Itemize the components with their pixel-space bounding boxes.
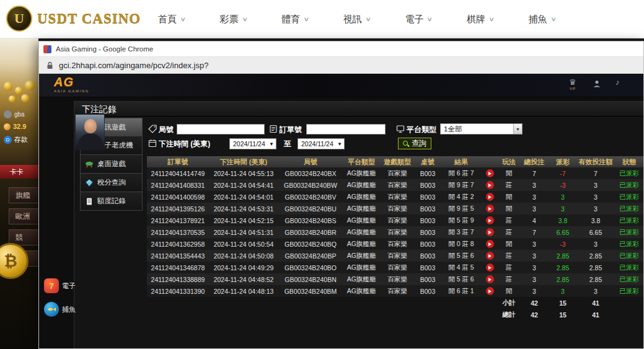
replay-button[interactable] — [486, 275, 494, 283]
bet-row: 2411240414005982024-11-24 04:54:01GB0032… — [147, 191, 643, 203]
total-bet: 42 — [520, 309, 549, 320]
cell-order-number: 241124041378921 — [147, 214, 209, 226]
cell-valid-bet: 3 — [577, 191, 614, 203]
music-icon[interactable]: ♪ — [615, 78, 620, 86]
cell-game-type: 百家樂 — [380, 203, 415, 214]
query-button[interactable]: 查詢 — [398, 138, 431, 149]
replay-button[interactable] — [486, 216, 494, 224]
cell-valid-bet: 2.85 — [577, 262, 614, 273]
sidebar-item-credit-records[interactable]: 額度記錄 — [80, 192, 143, 211]
cell-status: 已派彩 — [614, 273, 643, 285]
date-from-select[interactable]: 2024/11/24 ▼ — [229, 138, 276, 149]
cell-play-type: 閒 — [498, 238, 520, 250]
shortcut-fishing[interactable]: 捕魚 — [44, 302, 76, 317]
chevron-down-icon: ∨ — [365, 16, 371, 22]
chevron-down-icon: ∨ — [550, 16, 557, 22]
cell-platform: AG旗艦廳 — [343, 262, 380, 273]
cell-valid-bet: 2.85 — [577, 250, 614, 262]
cell-platform: AG旗艦廳 — [343, 250, 380, 262]
cell-platform: AG旗艦廳 — [343, 191, 380, 203]
vip-icon[interactable]: ♛ VIP — [569, 78, 576, 91]
bet-row: 2411240413951262024-11-24 04:53:31GB0032… — [147, 203, 643, 214]
shortcut-label: 電子 — [62, 281, 76, 291]
bet-records-table-container: 訂單號下注時間 (美東)局號平台類型遊戲類型桌號結果玩法總投注派彩有效投注額狀態… — [147, 156, 643, 320]
nav-label: 體育 — [281, 14, 300, 25]
order-form-icon — [269, 125, 278, 133]
nav-item-home[interactable]: 首頁∨ — [158, 14, 185, 25]
table-header-row: 訂單號下注時間 (美東)局號平台類型遊戲類型桌號結果玩法總投注派彩有效投注額狀態 — [147, 156, 643, 167]
ag-favicon — [43, 45, 51, 53]
nav-item-sports[interactable]: 體育∨ — [281, 14, 309, 25]
profile-photo — [75, 114, 105, 149]
cell-play-type: 閒 — [498, 191, 520, 203]
replay-button[interactable] — [486, 169, 494, 177]
cell-order-number: 241124041362958 — [147, 238, 209, 250]
replay-button[interactable] — [486, 263, 494, 272]
cell-total-bet: 3 — [520, 250, 549, 262]
cell-result: 閒 3 莊 7 — [441, 226, 482, 238]
cell-valid-bet: 3.8 — [577, 214, 614, 226]
lobby-button[interactable]: 旗艦 — [9, 187, 38, 203]
cell-platform: AG旗艦廳 — [343, 214, 380, 226]
play-icon — [488, 278, 492, 281]
bet-row: 2411240413388892024-11-24 04:48:52GB0032… — [147, 273, 643, 285]
replay-button[interactable] — [486, 240, 494, 248]
cell-table-number: B003 — [415, 273, 441, 285]
balance-text: 32.9 — [13, 123, 26, 130]
sidebar-item-score-query[interactable]: 稅分查詢 — [80, 174, 143, 192]
nav-item-chess[interactable]: 棋牌∨ — [467, 14, 494, 25]
cell-status: 已派彩 — [614, 250, 643, 262]
bet-row: 2411240413468782024-11-24 04:49:29GB0032… — [147, 262, 643, 273]
nav-label: 視訊 — [343, 14, 362, 25]
gold-coin-decoration — [25, 81, 35, 91]
note-glyph: ♪ — [615, 78, 620, 86]
cell-valid-bet: 3 — [577, 238, 614, 250]
round-number-input[interactable] — [177, 124, 265, 135]
replay-button[interactable] — [486, 193, 494, 201]
replay-button[interactable] — [486, 205, 494, 213]
deposit-button[interactable]: D 存款 — [4, 135, 28, 144]
cell-round-number: GB00324B240BM — [278, 285, 343, 297]
nav-item-slots[interactable]: 電子∨ — [405, 14, 432, 25]
column-header: 派彩 — [549, 156, 577, 167]
lobby-button[interactable]: 歐洲 — [9, 208, 38, 224]
round-number-label: 局號 — [159, 125, 174, 135]
nav-item-live[interactable]: 視訊∨ — [343, 14, 371, 25]
order-number-input[interactable] — [306, 124, 386, 135]
cell-order-number: 241124041338889 — [147, 273, 209, 285]
bitcoin-coin-decoration: ₿ — [0, 243, 29, 279]
dropdown-arrow-icon: ▼ — [337, 141, 344, 147]
column-header — [482, 156, 498, 167]
cell-round-number: GB00324B240BP — [278, 250, 343, 262]
replay-button[interactable] — [486, 181, 494, 189]
gold-coin-decoration — [4, 82, 12, 91]
total-valid: 41 — [577, 309, 614, 320]
replay-button[interactable] — [486, 252, 494, 260]
cell-game-type: 百家樂 — [380, 285, 415, 297]
address-bar[interactable]: gci.2hhapi.com/agingame/pcv2/index.jsp? — [39, 56, 643, 74]
replay-button[interactable] — [486, 287, 494, 295]
shortcut-slots[interactable]: 7 電子 — [44, 278, 76, 293]
cell-valid-bet: 3 — [577, 179, 614, 191]
sidebar-item-table-games[interactable]: 桌面遊戲 — [80, 155, 143, 174]
bet-row: 2411240413705352024-11-24 04:51:31GB0032… — [147, 226, 643, 238]
customer-service-icon[interactable] — [593, 79, 601, 88]
date-to-select[interactable]: 2024/11/24 ▼ — [298, 138, 345, 149]
column-header: 有效投注額 — [577, 156, 614, 167]
nav-item-lottery[interactable]: 彩票∨ — [220, 14, 247, 25]
replay-button[interactable] — [486, 228, 494, 236]
nav-label: 彩票 — [220, 14, 239, 25]
sidebar-item-label: 額度記錄 — [97, 197, 126, 206]
username-text: gba — [14, 111, 25, 118]
casino-logo-icon: U — [6, 6, 32, 32]
cell-status: 已派彩 — [614, 203, 643, 214]
platform-type-select[interactable]: 1全部 ▼ — [440, 123, 523, 135]
nav-item-fishing[interactable]: 捕魚∨ — [529, 14, 556, 25]
cell-play-type: 莊 — [498, 262, 520, 273]
ag-header: AG ASIA GAMING ♛ VIP ♪ — [39, 74, 643, 97]
cell-order-number: 241124041395126 — [147, 203, 209, 214]
deposit-icon: D — [4, 136, 12, 144]
bet-time-label: 下注時間 (美東) — [159, 139, 210, 149]
gold-coin-decoration — [15, 87, 22, 94]
platform-type-value: 1全部 — [444, 125, 462, 134]
